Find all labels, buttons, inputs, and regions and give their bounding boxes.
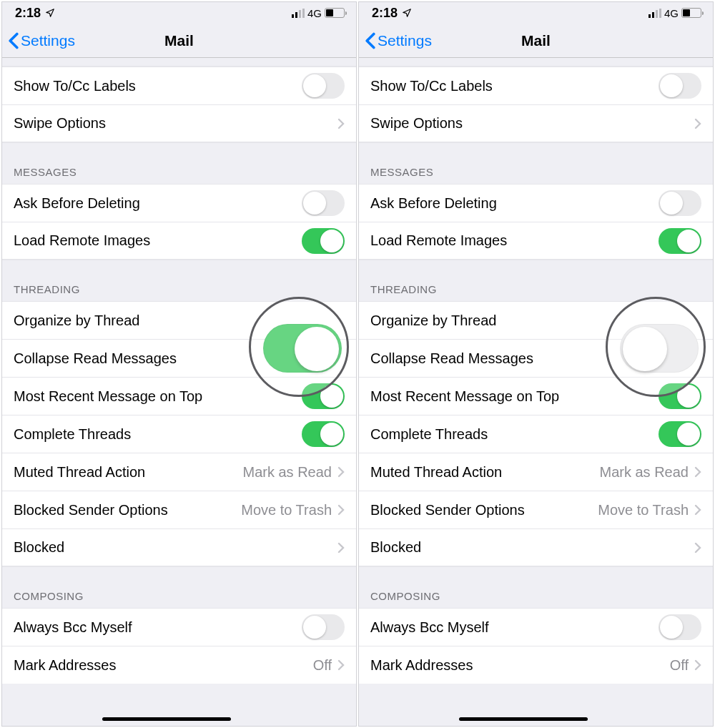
toggle-always-bcc[interactable]: [302, 614, 345, 640]
row-muted-thread-action[interactable]: Muted Thread Action Mark as Read: [2, 453, 356, 491]
redaction-bar: [459, 717, 588, 721]
highlighted-toggle-organize-by-thread[interactable]: [263, 324, 342, 373]
row-mark-addresses[interactable]: Mark Addresses Off: [359, 646, 713, 684]
toggle-complete-threads[interactable]: [302, 421, 345, 447]
row-blocked-sender-options[interactable]: Blocked Sender Options Move to Trash: [359, 491, 713, 528]
chevron-right-icon: [694, 542, 701, 554]
section-messages: MESSAGES: [359, 142, 713, 184]
status-network: 4G: [307, 7, 322, 19]
battery-icon: [325, 8, 345, 18]
toggle-most-recent[interactable]: [302, 383, 345, 409]
row-blocked-sender-options[interactable]: Blocked Sender Options Move to Trash: [2, 491, 356, 528]
toggle-load-remote-images[interactable]: [659, 228, 701, 254]
chevron-right-icon: [337, 504, 345, 516]
back-button[interactable]: Settings: [365, 32, 432, 49]
row-show-to-cc[interactable]: Show To/Cc Labels: [2, 67, 356, 104]
phone-right: 2:18 4G Settings Mail Sh: [358, 1, 714, 727]
section-composing: COMPOSING: [2, 566, 356, 608]
row-swipe-options[interactable]: Swipe Options: [359, 104, 713, 142]
row-load-remote-images[interactable]: Load Remote Images: [359, 222, 713, 260]
row-complete-threads[interactable]: Complete Threads: [359, 415, 713, 453]
chevron-right-icon: [337, 659, 345, 671]
chevron-right-icon: [337, 118, 345, 129]
toggle-ask-before-deleting[interactable]: [659, 190, 701, 216]
cell-signal-icon: [292, 9, 305, 18]
nav-bar: Settings Mail: [2, 24, 356, 58]
highlighted-toggle-organize-by-thread[interactable]: [620, 324, 699, 373]
row-ask-before-deleting[interactable]: Ask Before Deleting: [2, 184, 356, 222]
section-messages: MESSAGES: [2, 142, 356, 184]
row-blocked[interactable]: Blocked: [2, 528, 356, 566]
back-button[interactable]: Settings: [8, 32, 75, 49]
toggle-show-to-cc[interactable]: [659, 73, 701, 99]
row-muted-thread-action[interactable]: Muted Thread Action Mark as Read: [359, 453, 713, 491]
status-time: 2:18: [372, 6, 398, 21]
location-icon: [402, 8, 412, 18]
toggle-complete-threads[interactable]: [659, 421, 701, 447]
row-blocked[interactable]: Blocked: [359, 528, 713, 566]
toggle-always-bcc[interactable]: [659, 614, 701, 640]
back-label: Settings: [21, 32, 75, 49]
redaction-bar: [102, 717, 231, 721]
chevron-right-icon: [337, 542, 345, 554]
chevron-right-icon: [694, 504, 701, 516]
row-most-recent[interactable]: Most Recent Message on Top: [2, 377, 356, 415]
nav-bar: Settings Mail: [359, 24, 713, 58]
row-always-bcc[interactable]: Always Bcc Myself: [359, 608, 713, 646]
status-time: 2:18: [15, 6, 41, 21]
toggle-load-remote-images[interactable]: [302, 228, 345, 254]
location-icon: [45, 8, 55, 18]
back-label: Settings: [378, 32, 432, 49]
chevron-right-icon: [694, 659, 701, 671]
row-most-recent[interactable]: Most Recent Message on Top: [359, 377, 713, 415]
chevron-right-icon: [694, 118, 701, 129]
status-bar: 2:18 4G: [2, 2, 356, 24]
row-load-remote-images[interactable]: Load Remote Images: [2, 222, 356, 260]
cell-signal-icon: [649, 9, 661, 18]
battery-icon: [681, 8, 701, 18]
toggle-most-recent[interactable]: [659, 383, 701, 409]
row-swipe-options[interactable]: Swipe Options: [2, 104, 356, 142]
status-bar: 2:18 4G: [359, 2, 713, 24]
section-composing: COMPOSING: [359, 566, 713, 608]
row-ask-before-deleting[interactable]: Ask Before Deleting: [359, 184, 713, 222]
row-complete-threads[interactable]: Complete Threads: [2, 415, 356, 453]
phone-left: 2:18 4G Settings Mail Sh: [1, 1, 357, 727]
toggle-ask-before-deleting[interactable]: [302, 190, 345, 216]
section-threading: THREADING: [359, 260, 713, 301]
status-network: 4G: [664, 7, 679, 19]
section-threading: THREADING: [2, 260, 356, 301]
toggle-show-to-cc[interactable]: [302, 73, 345, 99]
row-always-bcc[interactable]: Always Bcc Myself: [2, 608, 356, 646]
chevron-right-icon: [694, 466, 701, 478]
row-mark-addresses[interactable]: Mark Addresses Off: [2, 646, 356, 684]
row-show-to-cc[interactable]: Show To/Cc Labels: [359, 67, 713, 104]
chevron-right-icon: [337, 466, 345, 478]
